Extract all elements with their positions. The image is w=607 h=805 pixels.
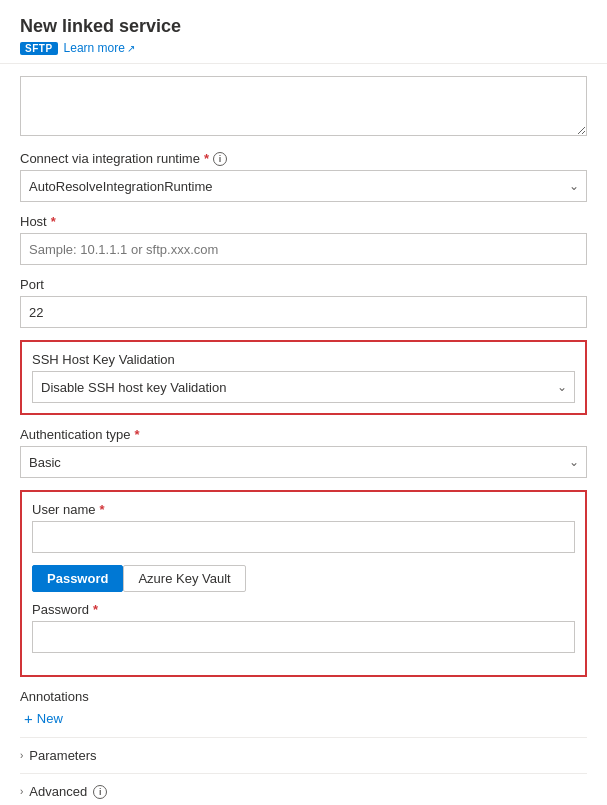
host-input[interactable] xyxy=(20,233,587,265)
annotations-section: Annotations + New xyxy=(20,689,587,727)
annotations-label: Annotations xyxy=(20,689,587,704)
username-group: User name * xyxy=(32,502,575,553)
port-label: Port xyxy=(20,277,587,292)
panel-content: Connect via integration runtime * i Auto… xyxy=(0,64,607,805)
auth-type-select-wrap: Basic SSH Public Key Multifactor ⌄ xyxy=(20,446,587,478)
required-indicator: * xyxy=(100,502,105,517)
auth-type-label: Authentication type * xyxy=(20,427,587,442)
plus-icon: + xyxy=(24,710,33,727)
password-input[interactable] xyxy=(32,621,575,653)
learn-more-link[interactable]: Learn more ↗ xyxy=(64,41,135,55)
password-tab[interactable]: Password xyxy=(32,565,123,592)
external-link-icon: ↗ xyxy=(127,43,135,54)
auth-tabs: Password Azure Key Vault xyxy=(32,565,575,592)
password-group: Password * xyxy=(32,602,575,653)
advanced-header[interactable]: › Advanced i xyxy=(20,784,587,799)
required-indicator: * xyxy=(135,427,140,442)
panel-subtitle: SFTP Learn more ↗ xyxy=(20,41,587,55)
required-indicator: * xyxy=(51,214,56,229)
parameters-header[interactable]: › Parameters xyxy=(20,748,587,763)
sftp-badge: SFTP xyxy=(20,42,58,55)
auth-type-group: Authentication type * Basic SSH Public K… xyxy=(20,427,587,478)
parameters-section: › Parameters xyxy=(20,737,587,773)
ssh-validation-section: SSH Host Key Validation Disable SSH host… xyxy=(20,340,587,415)
page-title: New linked service xyxy=(20,16,587,37)
required-indicator: * xyxy=(204,151,209,166)
info-icon[interactable]: i xyxy=(213,152,227,166)
host-group: Host * xyxy=(20,214,587,265)
credentials-section: User name * Password Azure Key Vault Pas… xyxy=(20,490,587,677)
azure-key-vault-tab[interactable]: Azure Key Vault xyxy=(123,565,245,592)
advanced-section: › Advanced i xyxy=(20,773,587,805)
integration-runtime-select[interactable]: AutoResolveIntegrationRuntime xyxy=(20,170,587,202)
username-label: User name * xyxy=(32,502,575,517)
description-group xyxy=(20,76,587,139)
chevron-right-icon: › xyxy=(20,750,23,761)
port-group: Port xyxy=(20,277,587,328)
ssh-validation-select-wrap: Disable SSH host key Validation Enable S… xyxy=(32,371,575,403)
auth-type-select[interactable]: Basic SSH Public Key Multifactor xyxy=(20,446,587,478)
host-label: Host * xyxy=(20,214,587,229)
panel-header: New linked service SFTP Learn more ↗ xyxy=(0,0,607,64)
port-input[interactable] xyxy=(20,296,587,328)
new-linked-service-panel: New linked service SFTP Learn more ↗ Con… xyxy=(0,0,607,805)
description-textarea[interactable] xyxy=(20,76,587,136)
username-input[interactable] xyxy=(32,521,575,553)
ssh-validation-select[interactable]: Disable SSH host key Validation Enable S… xyxy=(32,371,575,403)
password-label: Password * xyxy=(32,602,575,617)
required-indicator: * xyxy=(93,602,98,617)
integration-runtime-label: Connect via integration runtime * i xyxy=(20,151,587,166)
advanced-info-icon[interactable]: i xyxy=(93,785,107,799)
new-annotation-button[interactable]: + New xyxy=(24,710,63,727)
chevron-right-icon: › xyxy=(20,786,23,797)
integration-runtime-group: Connect via integration runtime * i Auto… xyxy=(20,151,587,202)
integration-runtime-select-wrap: AutoResolveIntegrationRuntime ⌄ xyxy=(20,170,587,202)
ssh-validation-label: SSH Host Key Validation xyxy=(32,352,575,367)
